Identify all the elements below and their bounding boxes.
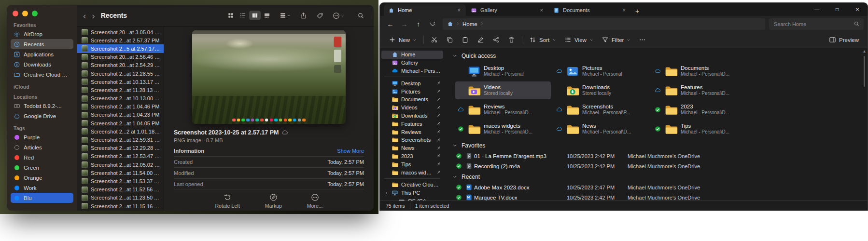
gallery-view-button[interactable] (261, 11, 273, 20)
finder-file-row[interactable]: Screenshot 20...at 2.56.46 PM (77, 53, 164, 61)
breadcrumb-item-home[interactable]: Home (462, 21, 477, 27)
preview-thumbnail[interactable] (192, 30, 346, 124)
finder-file-row[interactable]: Screenshot 2...at 12.28.55 PM (77, 69, 164, 78)
finder-sidebar-item-creative-cloud-fi[interactable]: Creative Cloud Fi... (11, 69, 73, 80)
section-header-favorites[interactable]: Favorites (452, 140, 861, 151)
section-header-quick-access[interactable]: Quick access (452, 50, 861, 61)
explorer-sidebar-item-screenshots[interactable]: Screenshots (381, 136, 443, 144)
copy-button[interactable] (442, 34, 457, 46)
more-button[interactable] (635, 34, 650, 46)
finder-file-row[interactable]: Screenshot 2...at 10.13.00 AM (77, 94, 164, 103)
explorer-sidebar-item-news[interactable]: News (381, 144, 443, 152)
forward-button[interactable]: → (398, 18, 411, 30)
breadcrumb[interactable]: Home (443, 18, 765, 30)
back-button[interactable]: ‹ (82, 11, 87, 20)
back-button[interactable]: ← (384, 18, 397, 30)
search-box[interactable] (769, 18, 864, 30)
quick-access-tile-pictures[interactable]: PicturesMichael - Personal (554, 62, 649, 80)
search-button[interactable] (355, 11, 367, 21)
finder-file-row[interactable]: Screenshot 2...5 at 2.57.17 PM (77, 44, 164, 53)
up-button[interactable]: ↑ (412, 18, 425, 30)
finder-sidebar-item-orange[interactable]: Orange (11, 173, 73, 183)
list-view-button[interactable] (237, 11, 249, 20)
delete-button[interactable] (504, 34, 519, 46)
preview-action-more[interactable]: More... (307, 193, 323, 209)
quick-access-tile-documents[interactable]: DocumentsMichael - Personal\D... (652, 62, 748, 80)
finder-sidebar-item-recents[interactable]: Recents (11, 39, 73, 49)
finder-sidebar-item-applications[interactable]: Applications (11, 49, 73, 59)
preview-toggle-button[interactable]: Preview (825, 34, 863, 46)
quick-access-tile-2023[interactable]: 2023Michael - Personal\D... (652, 101, 748, 119)
cut-button[interactable] (427, 34, 442, 46)
minimize-button[interactable] (22, 11, 28, 16)
preview-action-rotate-left[interactable]: Rotate Left (215, 193, 239, 209)
explorer-sidebar-item-features[interactable]: Features (381, 120, 443, 128)
scroll-up-icon[interactable]: ▲ (863, 49, 867, 54)
tab-close-icon[interactable]: × (457, 7, 462, 13)
explorer-sidebar-item-desktop[interactable]: Desktop (381, 79, 443, 87)
search-input[interactable] (773, 21, 851, 27)
tab-close-icon[interactable]: × (622, 7, 627, 13)
share-button[interactable] (489, 34, 504, 46)
finder-file-row[interactable]: Screenshot 2...at 1.04.23 PM (77, 111, 164, 119)
show-more-link[interactable]: Show More (337, 148, 364, 154)
quick-access-tile-macos-widgets[interactable]: macos widgetsMichael - Personal\D... (455, 120, 551, 138)
close-button[interactable]: × (847, 3, 868, 16)
quick-access-tile-reviews[interactable]: ReviewsMichael - Personal\D... (455, 101, 551, 119)
scrollbar-thumb[interactable] (864, 56, 866, 87)
explorer-tab-gallery[interactable]: Gallery× (466, 4, 548, 16)
explorer-sidebar-item-gallery[interactable]: Gallery (381, 59, 443, 67)
finder-file-row[interactable]: Screenshot 20...at 3.05.04 PM (77, 28, 164, 36)
explorer-tab-documents[interactable]: Documents× (549, 4, 631, 16)
tag-button[interactable] (314, 11, 326, 21)
minimize-button[interactable]: — (807, 3, 827, 16)
forward-button[interactable]: › (91, 11, 96, 20)
group-by-button[interactable] (277, 11, 293, 20)
scrollbar[interactable]: ▲ (862, 49, 867, 200)
finder-sidebar-item-green[interactable]: Green (11, 162, 73, 173)
file-row-recording-2-m4a[interactable]: Recording (2).m4a10/25/2023 2:42 PMMicha… (455, 161, 861, 171)
finder-file-row[interactable]: Screenshot 2...at 12.53.47 PM (77, 152, 164, 161)
finder-file-row[interactable]: Screenshot 2...at 12.59.31 PM (77, 135, 164, 144)
explorer-sidebar-item-documents[interactable]: Documents (381, 95, 443, 104)
more-actions-button[interactable] (330, 11, 347, 21)
tab-close-icon[interactable]: × (539, 7, 544, 13)
finder-sidebar-item-work[interactable]: Work (11, 183, 73, 193)
quick-access-tile-news[interactable]: NewsMichael - Personal\D... (554, 120, 649, 138)
quick-access-tile-videos[interactable]: VideosStored locally (455, 81, 551, 99)
file-row-marquee-tv-docx[interactable]: Marquee TV.docx10/25/2023 2:42 PMMichael… (455, 192, 861, 201)
finder-sidebar-item-downloads[interactable]: Downloads (11, 59, 73, 69)
explorer-sidebar-item-home[interactable]: Home (381, 51, 443, 59)
new-tab-button[interactable]: + (631, 8, 643, 16)
finder-file-row[interactable]: Screenshot 2...at 2.57.37 PM (77, 36, 164, 44)
close-button[interactable] (13, 11, 18, 16)
finder-file-row[interactable]: Screenshot 2...at 11.53.37 AM (77, 177, 164, 185)
quick-access-tile-screenshots[interactable]: ScreenshotsMichael - Personal\P... (554, 101, 649, 119)
finder-file-row[interactable]: Screenshot 2...at 11.23.50 AM (77, 194, 164, 202)
finder-file-row[interactable]: Screenshot 2...2 at 1.01.18 PM (77, 127, 164, 135)
explorer-sidebar-item-downloads[interactable]: Downloads (381, 112, 443, 120)
section-header-recent[interactable]: Recent (452, 171, 861, 182)
finder-file-row[interactable]: Screenshot 2...at 11.52.56 AM (77, 186, 164, 194)
explorer-sidebar-item-this-pc[interactable]: This PC (381, 189, 443, 197)
column-view-button[interactable] (249, 11, 261, 20)
explorer-tab-home[interactable]: Home× (384, 4, 466, 16)
file-row-adobe-max-2023-docx[interactable]: Adobe Max 2023.docx10/25/2023 2:47 PMMic… (455, 182, 861, 192)
finder-file-row[interactable]: Screenshot 2...at 1.04.46 PM (77, 103, 164, 111)
paste-button[interactable] (458, 34, 473, 46)
rename-button[interactable] (473, 34, 488, 46)
finder-file-row[interactable]: Screenshot 2...at 1.04.05 PM (77, 119, 164, 127)
finder-sidebar-item-todoist-8-9-2[interactable]: Todoist 8.9.2-... (11, 101, 73, 111)
refresh-button[interactable] (426, 18, 439, 30)
explorer-sidebar-item-macos-widgets[interactable]: macos widgets (381, 168, 443, 176)
finder-file-row[interactable]: Screenshot 2...at 10.13.17 AM (77, 78, 164, 86)
finder-file-row[interactable]: Screenshot 2...at 11.54.00 AM (77, 169, 164, 177)
quick-access-tile-downloads[interactable]: DownloadsStored locally (554, 81, 649, 99)
explorer-sidebar-item-michael-personal[interactable]: Michael - Personal (381, 67, 443, 75)
finder-file-row[interactable]: Screenshot 2...at 12.05.02 PM (77, 161, 164, 169)
preview-action-markup[interactable]: Markup (265, 193, 282, 209)
quick-access-tile-features[interactable]: FeaturesMichael - Personal\D... (652, 81, 748, 99)
share-button[interactable] (297, 11, 309, 21)
icon-view-button[interactable] (225, 11, 237, 20)
finder-sidebar-item-google-drive[interactable]: Google Drive (11, 111, 73, 121)
